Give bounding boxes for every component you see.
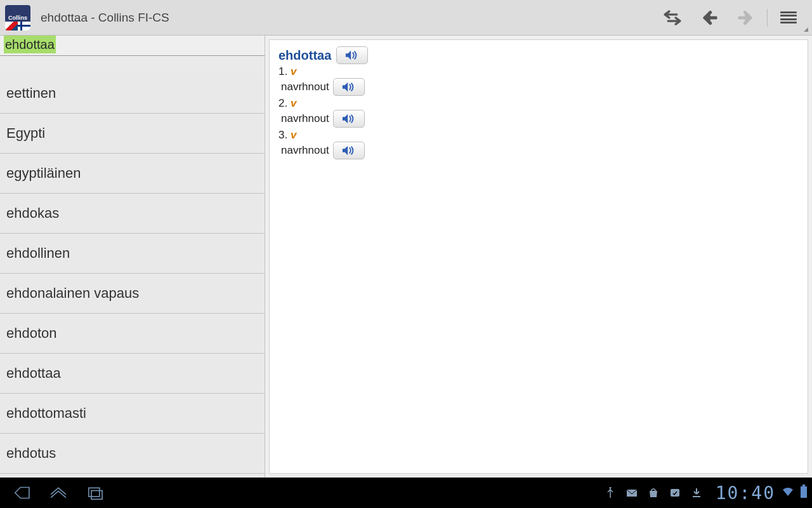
speaker-icon — [342, 81, 356, 93]
history-back-button[interactable] — [691, 5, 728, 30]
word-list-item[interactable]: ehdottomasti — [0, 394, 265, 434]
word-list-item[interactable]: egyptiläinen — [0, 154, 265, 194]
action-bar: Collins ehdottaa - Collins FI-CS — [0, 0, 812, 36]
sense-number: 2. — [278, 97, 287, 109]
arrow-left-icon — [698, 7, 720, 29]
app-icon[interactable]: Collins — [5, 5, 30, 30]
word-list-item[interactable]: ehdollinen — [0, 234, 265, 274]
word-list-item[interactable]: Egypti — [0, 114, 265, 154]
swap-direction-button[interactable] — [654, 5, 691, 30]
svg-rect-9 — [802, 485, 805, 486]
speaker-icon — [345, 50, 359, 61]
battery-icon — [799, 485, 808, 501]
play-audio-button[interactable] — [333, 78, 365, 96]
update-icon — [669, 486, 681, 499]
mail-icon — [625, 486, 638, 499]
content-area: ehdottaa eettinenEgyptiegyptiläinenehdok… — [0, 36, 812, 478]
svg-rect-2 — [89, 488, 100, 497]
speaker-icon — [342, 145, 356, 156]
word-list-item[interactable]: ehdonalainen vapaus — [0, 274, 265, 314]
svg-rect-7 — [693, 496, 700, 497]
wifi-icon — [782, 485, 794, 500]
overflow-menu-button[interactable] — [770, 5, 807, 30]
search-input[interactable]: ehdottaa — [4, 36, 56, 53]
word-list-item[interactable]: ehdokas — [0, 194, 265, 234]
svg-marker-1 — [745, 11, 752, 23]
arrow-right-icon — [735, 7, 757, 29]
word-list-item[interactable]: ehdottaa — [0, 354, 265, 394]
market-icon — [647, 486, 660, 499]
part-of-speech: v — [291, 97, 296, 109]
play-audio-button[interactable] — [333, 110, 365, 128]
svg-marker-0 — [703, 11, 710, 23]
back-icon — [11, 484, 32, 502]
system-home-button[interactable] — [41, 480, 76, 505]
usb-icon — [604, 486, 617, 499]
swap-icon — [662, 7, 683, 29]
app-icon-label: Collins — [8, 15, 27, 21]
page-title: ehdottaa - Collins FI-CS — [41, 11, 169, 25]
search-row[interactable]: ehdottaa — [0, 36, 265, 56]
sense-number: 1. — [278, 65, 287, 77]
system-nav-bar: 10:40 — [0, 478, 812, 508]
sense-number: 3. — [278, 129, 287, 141]
speaker-icon — [342, 113, 356, 124]
svg-rect-6 — [671, 489, 679, 497]
svg-point-4 — [609, 487, 611, 489]
history-forward-button[interactable] — [728, 5, 764, 30]
word-list[interactable]: eettinenEgyptiegyptiläinenehdokasehdolli… — [0, 56, 265, 478]
clock: 10:40 — [716, 483, 775, 504]
translation-line: navrhnout — [278, 78, 799, 96]
word-list-item[interactable]: ehdoton — [0, 314, 265, 354]
headword: ehdottaa — [278, 48, 331, 63]
part-of-speech: v — [291, 65, 296, 77]
system-recents-button[interactable] — [77, 480, 113, 505]
translation-line: navrhnout — [278, 110, 799, 128]
translation-word: navrhnout — [278, 81, 329, 93]
translation-line: navrhnout — [278, 142, 799, 159]
svg-rect-3 — [91, 491, 102, 500]
word-list-item[interactable]: ehdotus — [0, 434, 265, 474]
status-area[interactable] — [604, 486, 703, 499]
home-icon — [48, 484, 69, 502]
play-audio-button[interactable] — [336, 46, 368, 64]
sense-line: 1. v — [278, 65, 799, 78]
word-list-item[interactable]: eettinen — [0, 74, 265, 114]
system-back-button[interactable] — [4, 480, 39, 505]
word-list-panel: ehdottaa eettinenEgyptiegyptiläinenehdok… — [0, 36, 265, 478]
sense-line: 3. v — [278, 129, 799, 142]
translation-word: navrhnout — [278, 112, 329, 125]
part-of-speech: v — [291, 129, 296, 141]
definition-panel: ehdottaa 1. vnavrhnout2. vnavrhnout3. vn… — [269, 39, 808, 474]
menu-icon — [780, 11, 797, 24]
recents-icon — [84, 484, 106, 502]
translation-word: navrhnout — [278, 144, 329, 157]
download-icon — [690, 486, 703, 499]
svg-rect-8 — [801, 486, 807, 498]
play-audio-button[interactable] — [333, 142, 365, 159]
toolbar-separator — [767, 9, 768, 27]
sense-line: 2. v — [278, 97, 799, 110]
